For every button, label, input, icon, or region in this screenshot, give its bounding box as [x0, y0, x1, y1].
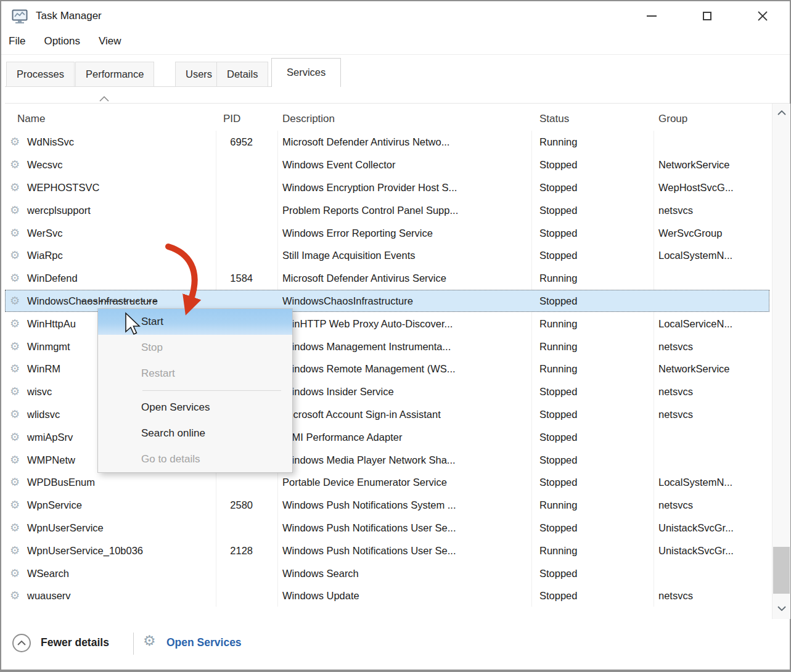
service-name: wlidsvc: [27, 408, 60, 420]
service-group: netsvcs: [658, 386, 693, 398]
service-status: Stopped: [539, 431, 577, 443]
table-row[interactable]: ⚙WPDBusEnumPortable Device Enumerator Se…: [5, 471, 769, 494]
table-row[interactable]: ⚙WpnService2580Windows Push Notification…: [5, 494, 769, 517]
service-name: Wecsvc: [27, 159, 62, 171]
chevron-up-icon: [777, 110, 786, 115]
service-group: netsvcs: [658, 408, 693, 420]
table-row[interactable]: ⚙wuauservWindows UpdateStoppednetsvcs: [5, 584, 769, 607]
table-row[interactable]: ⚙WerSvcWindows Error Reporting ServiceSt…: [5, 221, 769, 244]
service-group: WerSvcGroup: [658, 227, 722, 239]
service-gear-icon: ⚙: [10, 385, 20, 398]
scroll-up-button[interactable]: [773, 104, 790, 122]
vertical-scrollbar[interactable]: [772, 104, 790, 619]
service-gear-icon: ⚙: [10, 408, 20, 421]
menu-item-open-services[interactable]: Open Services: [98, 395, 292, 420]
table-row[interactable]: ⚙WiaRpcStill Image Acquisition EventsSto…: [5, 244, 769, 267]
service-name: WerSvc: [27, 227, 62, 239]
window-title: Task Manager: [36, 10, 102, 22]
service-name: wuauserv: [27, 590, 71, 602]
service-group: UnistackSvcGr...: [658, 544, 734, 556]
service-description: Windows Push Notifications User Se...: [282, 522, 456, 533]
title-bar[interactable]: Task Manager: [1, 1, 790, 32]
scrollbar-thumb[interactable]: [773, 547, 790, 594]
column-header-description[interactable]: Description: [282, 113, 335, 125]
service-name: Winmgmt: [27, 340, 70, 352]
menu-file[interactable]: File: [9, 35, 25, 47]
tab-processes[interactable]: Processes: [6, 62, 75, 87]
column-header-status[interactable]: Status: [539, 113, 569, 125]
menu-view[interactable]: View: [99, 35, 121, 47]
maximize-button[interactable]: [693, 5, 721, 27]
close-icon: [758, 11, 768, 21]
table-row[interactable]: ⚙WSearchWindows SearchStopped: [5, 562, 769, 584]
service-name: WpnUserService_10b036: [27, 544, 143, 556]
service-status: Stopped: [539, 408, 577, 420]
column-header-pid[interactable]: PID: [223, 113, 240, 125]
service-name: WiaRpc: [27, 250, 63, 261]
table-row[interactable]: ⚙WpnUserService_10b0362128Windows Push N…: [5, 539, 769, 562]
service-group: WepHostSvcG...: [658, 181, 734, 193]
service-name: wercplsupport: [27, 204, 91, 216]
menu-options[interactable]: Options: [44, 35, 80, 47]
context-menu: Start Stop Restart Open Services Search …: [97, 308, 293, 473]
close-button[interactable]: [748, 5, 777, 27]
open-services-link[interactable]: Open Services: [166, 636, 242, 649]
column-header-name[interactable]: Name: [17, 113, 45, 125]
service-gear-icon: ⚙: [10, 158, 20, 171]
table-row[interactable]: ⚙WdNisSvc6952Microsoft Defender Antiviru…: [5, 131, 769, 154]
service-status: Stopped: [539, 590, 577, 602]
column-header-group[interactable]: Group: [658, 113, 687, 125]
service-status: Stopped: [539, 477, 577, 488]
service-group: netsvcs: [658, 499, 693, 511]
scroll-down-button[interactable]: [773, 599, 790, 618]
service-status: Stopped: [539, 522, 577, 533]
service-status: Running: [539, 363, 577, 375]
service-description: Windows Management Instrumenta...: [282, 340, 451, 352]
service-description: Still Image Acquisition Events: [282, 250, 416, 261]
service-status: Stopped: [539, 386, 577, 398]
service-name: WpnUserService: [27, 522, 104, 533]
table-header: Name PID Description Status Group: [5, 104, 772, 131]
service-gear-icon: ⚙: [10, 294, 20, 308]
service-name: WinHttpAu: [27, 318, 76, 329]
service-name: WinDefend: [27, 272, 78, 284]
fewer-details-chevron-button[interactable]: [12, 634, 31, 652]
service-status: Stopped: [539, 567, 577, 579]
service-description: Microsoft Defender Antivirus Netwo...: [282, 136, 449, 148]
tab-users[interactable]: Users: [175, 62, 223, 87]
footer-separator: [133, 633, 134, 655]
table-row[interactable]: ⚙WecsvcWindows Event CollectorStoppedNet…: [5, 154, 769, 176]
service-description: WMI Performance Adapter: [282, 431, 402, 443]
tab-performance[interactable]: Performance: [75, 62, 154, 87]
service-status: Stopped: [539, 295, 577, 306]
table-row[interactable]: ⚙wercplsupportProblem Reports Control Pa…: [5, 199, 769, 221]
service-group: UnistackSvcGr...: [658, 522, 734, 533]
service-status: Stopped: [539, 204, 577, 216]
service-gear-icon: ⚙: [10, 248, 20, 262]
menu-item-go-to-details: Go to details: [98, 446, 292, 472]
fewer-details-button[interactable]: Fewer details: [41, 636, 109, 649]
service-description: Windows Push Notifications User Se...: [282, 544, 456, 556]
table-row[interactable]: ⚙WpnUserServiceWindows Push Notification…: [5, 517, 769, 539]
tab-services[interactable]: Services: [271, 58, 341, 87]
minimize-button[interactable]: [637, 5, 666, 27]
service-gear-icon: ⚙: [10, 475, 20, 489]
service-status: Running: [539, 272, 577, 284]
table-row[interactable]: ⚙WinDefend1584Microsoft Defender Antivir…: [5, 267, 769, 290]
service-description: Windows Search: [282, 567, 359, 579]
tab-details[interactable]: Details: [216, 62, 268, 87]
service-description: Windows Encryption Provider Host S...: [282, 181, 457, 193]
service-description: Windows Event Collector: [282, 159, 395, 171]
menu-item-start[interactable]: Start: [98, 309, 292, 335]
sort-ascending-icon: [99, 96, 110, 102]
service-pid: 1584: [216, 272, 253, 284]
service-description: Windows Remote Management (WS...: [282, 363, 456, 375]
service-description: Microsoft Defender Antivirus Service: [282, 272, 446, 284]
service-gear-icon: ⚙: [10, 340, 20, 353]
table-row[interactable]: ⚙WEPHOSTSVCWindows Encryption Provider H…: [5, 176, 769, 199]
menu-bar: File Options View: [9, 35, 121, 47]
service-group: LocalSystemN...: [658, 477, 732, 488]
service-group: netsvcs: [658, 590, 693, 602]
menu-item-search-online[interactable]: Search online: [98, 420, 292, 446]
service-name: WMPNetw: [27, 454, 75, 465]
